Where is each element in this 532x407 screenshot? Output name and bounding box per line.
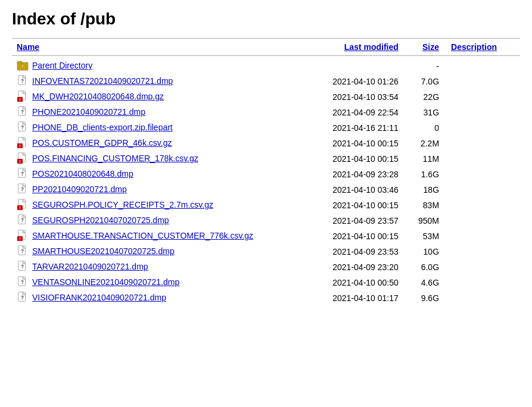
svg-text:?: ? — [21, 280, 24, 285]
table-row: ? TARVAR20210409020721.dmp2021-04-09 23:… — [12, 259, 520, 275]
file-link[interactable]: POS20210408020648.dmp — [32, 169, 133, 179]
svg-text:?: ? — [21, 249, 24, 254]
file-icon: ? — [17, 168, 30, 180]
svg-text:?: ? — [21, 264, 24, 270]
file-modified-cell: 2021-04-10 03:54 — [291, 89, 403, 105]
col-header-description: Description — [444, 39, 520, 56]
file-icon: ? — [17, 183, 30, 195]
file-size-cell: 1.6G — [403, 167, 444, 182]
page-title: Index of /pub — [12, 10, 520, 29]
file-icon: ? — [17, 245, 30, 257]
file-desc-cell — [444, 105, 520, 120]
gz-icon: ! — [17, 199, 30, 211]
file-icon: ? — [17, 106, 30, 118]
file-link[interactable]: PHONE_DB_clients-export.zip.filepart — [32, 123, 173, 132]
table-row: ? PHONE20210409020721.dmp2021-04-09 22:5… — [12, 105, 520, 120]
svg-text:?: ? — [21, 109, 24, 115]
table-row: ? SEGUROSPH20210407020725.dmp2021-04-09 … — [12, 213, 520, 228]
file-size-cell: 2.2M — [403, 136, 444, 151]
file-size-cell: 53M — [403, 228, 444, 244]
file-name-cell: ! SEGUROSPH.POLICY_RECEIPTS_2.7m.csv.gz — [12, 198, 291, 213]
file-desc-cell — [444, 213, 520, 228]
file-link[interactable]: TARVAR20210409020721.dmp — [32, 262, 148, 271]
file-link[interactable]: VENTASONLINE20210409020721.dmp — [32, 277, 179, 287]
file-link[interactable]: SMARTHOUSE.TRANSACTION_CUSTOMER_776k.csv… — [32, 231, 253, 240]
file-desc-cell — [444, 74, 520, 89]
table-row: ? PP20210409020721.dmp2021-04-10 03:4618… — [12, 182, 520, 198]
file-name-cell: ? SMARTHOUSE20210407020725.dmp — [12, 244, 291, 259]
col-header-size: Size — [403, 39, 444, 56]
file-modified-cell — [291, 58, 403, 74]
sort-by-size-link[interactable]: Size — [422, 42, 439, 52]
sort-by-desc-link[interactable]: Description — [451, 42, 497, 52]
file-icon: ? — [17, 276, 30, 288]
file-link[interactable]: PP20210409020721.dmp — [32, 184, 127, 194]
file-size-cell: 0 — [403, 120, 444, 136]
gz-icon: ! — [17, 152, 30, 164]
file-name-cell: ! POS.CUSTOMER_GDPR_46k.csv.gz — [12, 136, 291, 151]
file-modified-cell: 2021-04-09 23:20 — [291, 259, 403, 275]
svg-text:?: ? — [21, 187, 24, 192]
table-row: ! POS.FINANCING_CUSTOMER_178k.csv.gz2021… — [12, 151, 520, 167]
file-size-cell: 4.6G — [403, 275, 444, 290]
file-icon: ? — [17, 75, 30, 87]
file-size-cell: 11M — [403, 151, 444, 167]
file-desc-cell — [444, 275, 520, 290]
file-desc-cell — [444, 290, 520, 306]
file-name-cell: ! MK_DWH20210408020648.dmp.gz — [12, 89, 291, 105]
file-link[interactable]: SMARTHOUSE20210407020725.dmp — [32, 246, 175, 256]
file-size-cell: 950M — [403, 213, 444, 228]
sort-by-modified-link[interactable]: Last modified — [344, 42, 399, 52]
svg-text:!: ! — [19, 97, 20, 102]
table-row: ? PHONE_DB_clients-export.zip.filepart20… — [12, 120, 520, 136]
file-name-cell: ? PHONE20210409020721.dmp — [12, 105, 291, 120]
svg-text:!: ! — [19, 236, 20, 242]
table-row: ? SMARTHOUSE20210407020725.dmp2021-04-09… — [12, 244, 520, 259]
file-modified-cell: 2021-04-10 00:15 — [291, 228, 403, 244]
file-link[interactable]: MK_DWH20210408020648.dmp.gz — [32, 92, 164, 101]
file-desc-cell — [444, 228, 520, 244]
file-link[interactable]: PHONE20210409020721.dmp — [32, 107, 145, 117]
file-size-cell: 22G — [403, 89, 444, 105]
svg-text:↑: ↑ — [21, 63, 24, 70]
file-desc-cell — [444, 89, 520, 105]
file-name-cell: ! SMARTHOUSE.TRANSACTION_CUSTOMER_776k.c… — [12, 228, 291, 244]
file-modified-cell: 2021-04-10 01:17 — [291, 290, 403, 306]
file-name-cell: ? SEGUROSPH20210407020725.dmp — [12, 213, 291, 228]
svg-text:?: ? — [21, 125, 24, 130]
file-size-cell: 7.0G — [403, 74, 444, 89]
file-link[interactable]: SEGUROSPH20210407020725.dmp — [32, 215, 169, 225]
file-size-cell: 31G — [403, 105, 444, 120]
gz-icon: ! — [17, 230, 30, 242]
gz-icon: ! — [17, 90, 30, 102]
file-size-cell: 83M — [403, 198, 444, 213]
file-link[interactable]: POS.CUSTOMER_GDPR_46k.csv.gz — [32, 138, 172, 148]
file-size-cell: 18G — [403, 182, 444, 198]
svg-text:!: ! — [19, 143, 20, 149]
file-name-cell: ! POS.FINANCING_CUSTOMER_178k.csv.gz — [12, 151, 291, 167]
table-row: ! SMARTHOUSE.TRANSACTION_CUSTOMER_776k.c… — [12, 228, 520, 244]
file-modified-cell: 2021-04-09 22:54 — [291, 105, 403, 120]
table-row: ? VENTASONLINE20210409020721.dmp2021-04-… — [12, 275, 520, 290]
file-name-cell: ? TARVAR20210409020721.dmp — [12, 259, 291, 275]
file-modified-cell: 2021-04-09 23:53 — [291, 244, 403, 259]
table-header-row: Name Last modified Size Description — [12, 39, 520, 56]
file-link[interactable]: INFOVENTAS720210409020721.dmp — [32, 76, 173, 86]
file-link[interactable]: SEGUROSPH.POLICY_RECEIPTS_2.7m.csv.gz — [32, 200, 213, 209]
file-size-cell: - — [403, 58, 444, 74]
table-row: ! MK_DWH20210408020648.dmp.gz2021-04-10 … — [12, 89, 520, 105]
file-desc-cell — [444, 167, 520, 182]
file-desc-cell — [444, 259, 520, 275]
file-link[interactable]: VISIOFRANK20210409020721.dmp — [32, 293, 166, 302]
file-desc-cell — [444, 151, 520, 167]
file-modified-cell: 2021-04-10 01:26 — [291, 74, 403, 89]
gz-icon: ! — [17, 137, 30, 149]
file-size-cell: 10G — [403, 244, 444, 259]
sort-by-name-link[interactable]: Name — [17, 42, 39, 52]
file-modified-cell: 2021-04-10 00:50 — [291, 275, 403, 290]
file-name-cell: ? PP20210409020721.dmp — [12, 182, 291, 198]
col-header-name: Name — [12, 39, 291, 56]
file-link[interactable]: POS.FINANCING_CUSTOMER_178k.csv.gz — [32, 154, 198, 163]
file-desc-cell — [444, 136, 520, 151]
file-link[interactable]: Parent Directory — [32, 61, 92, 70]
